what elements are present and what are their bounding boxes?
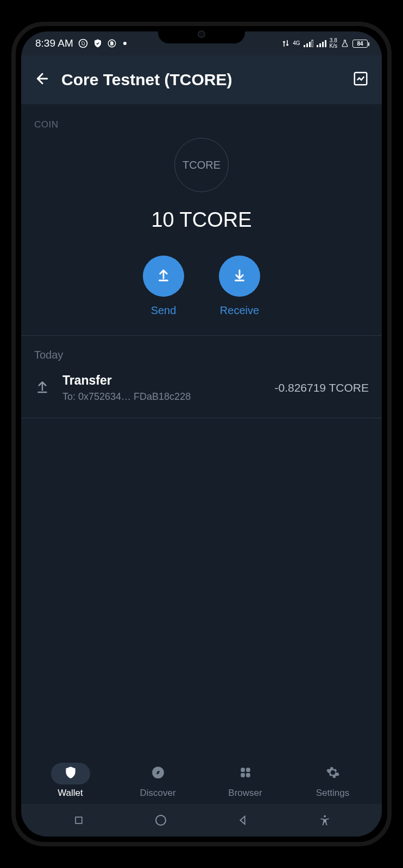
send-label: Send	[151, 304, 177, 317]
back-button[interactable]	[34, 71, 51, 89]
svg-rect-10	[325, 40, 326, 47]
coin-symbol: TCORE	[182, 159, 221, 171]
android-home-button[interactable]	[154, 813, 168, 827]
battery-indicator: 84	[352, 40, 368, 48]
front-camera	[198, 30, 205, 38]
transaction-subtitle: To: 0x752634… FDaB18c228	[62, 391, 262, 403]
transactions-section: Today Transfer To: 0x752634… FDaB18c228 …	[21, 336, 382, 418]
receive-button[interactable]: Receive	[219, 256, 260, 317]
svg-rect-14	[246, 768, 250, 772]
receive-label: Receive	[220, 304, 259, 317]
nav-browser[interactable]: Browser	[226, 763, 265, 799]
svg-text:B: B	[110, 41, 114, 46]
accessibility-icon[interactable]	[318, 813, 332, 827]
svg-point-19	[324, 815, 326, 818]
compass-icon	[151, 765, 165, 782]
gear-icon	[326, 765, 340, 782]
svg-point-0	[79, 40, 87, 48]
signal-bars-2-icon	[317, 40, 326, 47]
main-content: COIN TCORE 10 TCORE Send	[21, 104, 382, 755]
svg-rect-4	[306, 43, 308, 47]
nav-wallet[interactable]: Wallet	[51, 763, 90, 799]
nav-settings-label: Settings	[316, 788, 349, 799]
shield-icon	[64, 765, 78, 782]
transactions-day-label: Today	[34, 349, 369, 361]
svg-rect-6	[312, 40, 313, 47]
coin-balance: 10 TCORE	[34, 208, 369, 232]
transaction-title: Transfer	[62, 373, 262, 388]
phone-frame: 8:39 AM B 4G	[11, 22, 392, 846]
svg-rect-3	[304, 45, 305, 47]
transaction-amount: -0.826719 TCORE	[274, 381, 369, 394]
svg-rect-13	[241, 768, 245, 772]
android-nav-bar	[21, 804, 382, 837]
download-icon	[231, 267, 248, 285]
android-back-button[interactable]	[236, 813, 250, 827]
whatsapp-icon	[78, 38, 89, 49]
svg-rect-9	[322, 42, 324, 47]
svg-rect-8	[319, 43, 321, 47]
flask-icon	[341, 39, 349, 48]
nav-discover[interactable]: Discover	[138, 763, 178, 799]
app-header: Core Testnet (TCORE)	[21, 55, 382, 104]
screen: 8:39 AM B 4G	[21, 31, 382, 837]
svg-rect-15	[241, 773, 245, 777]
circle-b-icon: B	[107, 39, 117, 48]
svg-rect-7	[317, 45, 318, 47]
nav-browser-label: Browser	[228, 788, 262, 799]
nav-settings[interactable]: Settings	[313, 763, 352, 799]
coin-logo: TCORE	[174, 138, 229, 192]
nav-wallet-label: Wallet	[58, 788, 83, 799]
svg-point-18	[156, 815, 166, 825]
chart-button[interactable]	[352, 71, 369, 89]
nav-discover-label: Discover	[140, 788, 175, 799]
svg-rect-17	[75, 817, 82, 824]
network-type: 4G	[293, 41, 300, 46]
display-notch	[158, 26, 245, 43]
outgoing-icon	[34, 379, 51, 397]
data-arrows-icon	[282, 39, 289, 48]
signal-bars-icon	[304, 40, 313, 47]
transaction-row[interactable]: Transfer To: 0x752634… FDaB18c228 -0.826…	[21, 373, 382, 418]
svg-rect-16	[246, 773, 250, 777]
page-title: Core Testnet (TCORE)	[61, 71, 342, 89]
data-rate: 3.8K/s	[330, 38, 337, 49]
bottom-nav: Wallet Discover Browser	[21, 755, 382, 804]
coin-section-label: COIN	[34, 119, 369, 130]
android-recent-button[interactable]	[72, 813, 86, 827]
svg-rect-5	[309, 42, 311, 47]
coin-section: COIN TCORE 10 TCORE Send	[21, 104, 382, 336]
grid-icon	[238, 765, 253, 782]
upload-icon	[155, 267, 172, 285]
send-button[interactable]: Send	[143, 256, 184, 317]
notification-dot-icon	[123, 42, 127, 45]
status-time: 8:39 AM	[35, 37, 73, 49]
shield-check-icon	[93, 39, 103, 48]
